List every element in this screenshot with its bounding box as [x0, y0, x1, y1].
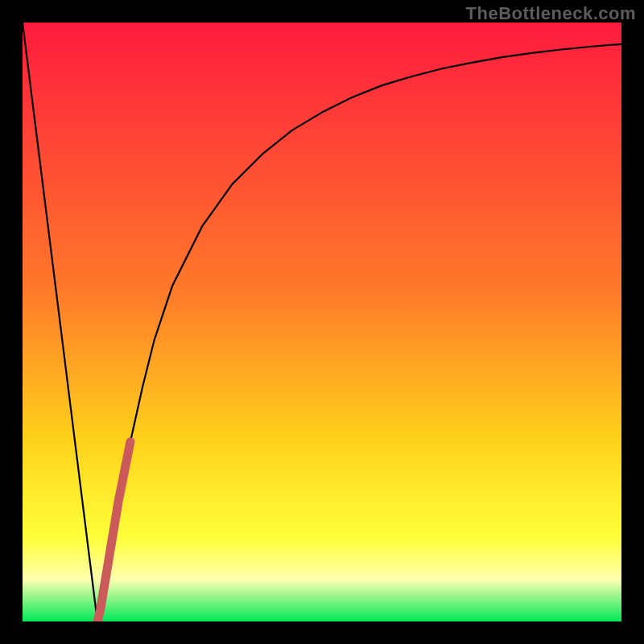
chart-outer-frame: TheBottleneck.com [0, 0, 644, 644]
watermark-text: TheBottleneck.com [466, 3, 636, 24]
plot-area [23, 23, 621, 621]
chart-svg [23, 23, 621, 621]
